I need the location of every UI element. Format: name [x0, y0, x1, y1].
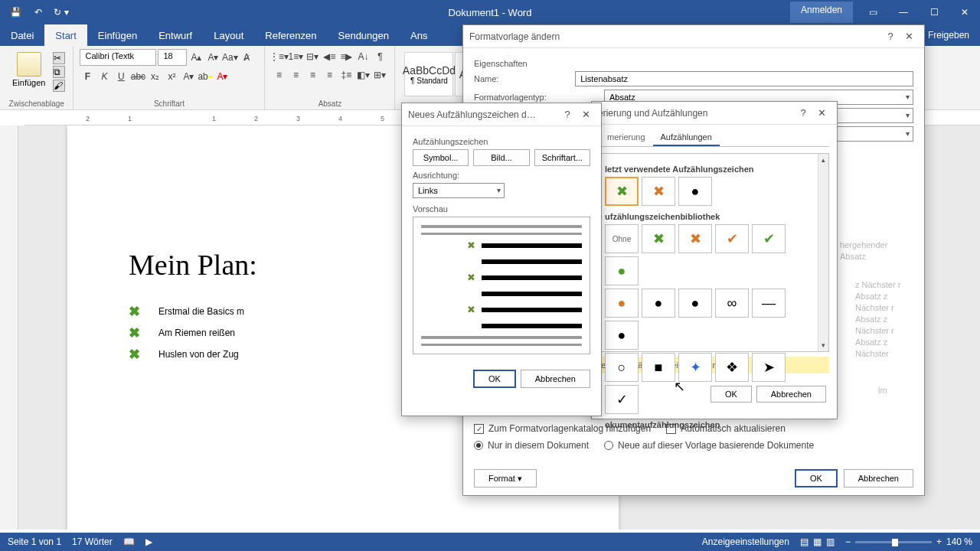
- tab-design[interactable]: Entwurf: [148, 24, 203, 46]
- tab-insert[interactable]: Einfügen: [87, 24, 148, 46]
- bullet-option[interactable]: Ohne: [605, 224, 639, 253]
- picture-button[interactable]: Bild...: [473, 149, 529, 166]
- maximize-icon[interactable]: ☐: [919, 2, 949, 23]
- shading-icon[interactable]: ◧▾: [355, 67, 371, 83]
- close-icon[interactable]: ✕: [900, 31, 918, 42]
- bullet-option[interactable]: —: [752, 289, 786, 318]
- minimize-icon[interactable]: —: [888, 2, 919, 23]
- bullet-option[interactable]: ●: [605, 289, 639, 318]
- bullet-option[interactable]: ✔: [752, 224, 786, 253]
- paste-button[interactable]: Einfügen: [6, 49, 51, 106]
- vertical-ruler[interactable]: [0, 126, 18, 530]
- copy-icon[interactable]: ⧉: [53, 66, 65, 78]
- bullet-option[interactable]: ✖: [678, 224, 712, 253]
- format-painter-icon[interactable]: 🖌: [53, 80, 65, 92]
- page-indicator[interactable]: Seite 1 von 1: [8, 536, 61, 547]
- bold-button[interactable]: F: [80, 69, 95, 84]
- macro-icon[interactable]: ▶: [145, 536, 152, 547]
- align-right-icon[interactable]: ≡: [305, 67, 320, 83]
- share-button[interactable]: Freigeben: [917, 24, 980, 46]
- bullet-option[interactable]: ✓: [605, 385, 639, 414]
- font-name-combo[interactable]: Calibri (Textk: [80, 49, 156, 66]
- zoom-slider[interactable]: [855, 541, 932, 543]
- grow-font-icon[interactable]: A▴: [188, 50, 204, 65]
- increase-indent-icon[interactable]: ≡▶: [338, 49, 354, 64]
- zoom-in-icon[interactable]: +: [936, 536, 942, 547]
- scroll-up-icon[interactable]: ▴: [818, 154, 828, 166]
- redo-icon[interactable]: ↻ ▾: [52, 3, 70, 21]
- tab-numbering[interactable]: merierung: [599, 129, 653, 146]
- bullet-option[interactable]: ✖: [642, 224, 675, 253]
- cancel-button[interactable]: Abbrechen: [521, 370, 590, 388]
- bullet-option[interactable]: ❖: [715, 353, 749, 382]
- close-icon[interactable]: ✕: [812, 107, 831, 119]
- save-icon[interactable]: 💾: [6, 3, 24, 21]
- bullet-option[interactable]: ○: [605, 353, 639, 382]
- view-print-icon[interactable]: ▦: [813, 536, 822, 547]
- zoom-level[interactable]: 140 %: [946, 536, 972, 547]
- change-case-icon[interactable]: Aa▾: [222, 50, 237, 65]
- symbol-button[interactable]: Symbol...: [413, 149, 469, 166]
- bullet-option[interactable]: ✖: [642, 177, 675, 206]
- tab-view[interactable]: Ans: [400, 24, 438, 46]
- dialog-titlebar[interactable]: Neues Aufzählungszeichen d… ? ✕: [402, 103, 601, 126]
- close-icon[interactable]: ✕: [949, 2, 980, 23]
- ok-button[interactable]: OK: [795, 469, 838, 487]
- style-name-input[interactable]: [575, 71, 913, 86]
- bullet-option[interactable]: ■: [642, 353, 675, 382]
- view-read-icon[interactable]: ▤: [800, 536, 808, 547]
- bullet-option[interactable]: ●: [678, 177, 712, 206]
- font-button[interactable]: Schriftart...: [534, 149, 590, 166]
- bullet-option[interactable]: ➤: [752, 353, 786, 382]
- close-icon[interactable]: ✕: [577, 109, 595, 120]
- sort-icon[interactable]: A↓: [355, 49, 371, 64]
- borders-icon[interactable]: ⊞▾: [372, 67, 387, 83]
- spellcheck-icon[interactable]: 📖: [123, 536, 135, 547]
- display-settings[interactable]: Anzeigeeinstellungen: [702, 536, 789, 547]
- dialog-titlebar[interactable]: Formatvorlage ändern ? ✕: [463, 25, 924, 48]
- highlight-icon[interactable]: ab: [198, 69, 213, 84]
- strikethrough-button[interactable]: abc: [130, 69, 145, 84]
- show-marks-icon[interactable]: ¶: [372, 49, 387, 64]
- tab-references[interactable]: Referenzen: [254, 24, 327, 46]
- style-item-standard[interactable]: AaBbCcDd ¶ Standard: [404, 52, 453, 96]
- bullet-option[interactable]: ●: [605, 256, 639, 285]
- word-count[interactable]: 17 Wörter: [72, 536, 113, 547]
- tab-layout[interactable]: Layout: [203, 24, 254, 46]
- shrink-font-icon[interactable]: A▾: [205, 50, 220, 65]
- italic-button[interactable]: K: [96, 69, 112, 84]
- superscript-button[interactable]: x²: [164, 69, 179, 84]
- tab-bullets[interactable]: Aufzählungen: [653, 129, 720, 146]
- dialog-titlebar[interactable]: erierung und Aufzählungen ? ✕: [592, 102, 837, 125]
- multilevel-icon[interactable]: ⊟▾: [305, 49, 320, 64]
- help-icon[interactable]: ?: [881, 31, 900, 42]
- scroll-down-icon[interactable]: ▾: [818, 339, 828, 351]
- text-effects-icon[interactable]: A▾: [181, 69, 196, 84]
- numbering-icon[interactable]: 1≡▾: [288, 49, 303, 64]
- ribbon-display-icon[interactable]: ▭: [858, 2, 888, 23]
- clear-format-icon[interactable]: A̷: [239, 50, 254, 65]
- format-button[interactable]: Format ▾: [474, 469, 537, 487]
- underline-button[interactable]: U: [113, 69, 129, 84]
- bullet-option[interactable]: ●: [605, 321, 639, 350]
- help-icon[interactable]: ?: [794, 107, 812, 119]
- help-icon[interactable]: ?: [558, 109, 577, 120]
- zoom-out-icon[interactable]: −: [845, 536, 851, 547]
- decrease-indent-icon[interactable]: ◀≡: [322, 49, 337, 64]
- bullet-option[interactable]: ✖: [605, 177, 639, 206]
- template-docs-radio[interactable]: Neue auf dieser Vorlage basierende Dokum…: [604, 440, 814, 451]
- align-left-icon[interactable]: ≡: [271, 67, 286, 83]
- cut-icon[interactable]: ✂: [53, 52, 65, 64]
- align-center-icon[interactable]: ≡: [288, 67, 303, 83]
- font-color-icon[interactable]: A▾: [214, 69, 230, 84]
- bullet-option[interactable]: ✔: [715, 224, 749, 253]
- bullets-icon[interactable]: ⋮≡▾: [271, 49, 286, 64]
- justify-icon[interactable]: ≡: [322, 67, 337, 83]
- subscript-button[interactable]: x₂: [147, 69, 162, 84]
- undo-icon[interactable]: ↶: [29, 3, 47, 21]
- tab-home[interactable]: Start: [44, 24, 87, 46]
- tab-file[interactable]: Datei: [0, 24, 44, 46]
- line-spacing-icon[interactable]: ‡≡: [338, 67, 354, 83]
- alignment-select[interactable]: Links: [413, 183, 505, 198]
- only-doc-radio[interactable]: Nur in diesem Dokument: [474, 440, 589, 451]
